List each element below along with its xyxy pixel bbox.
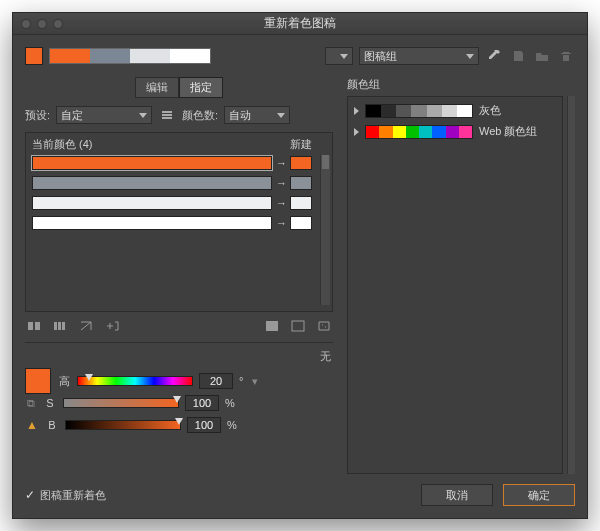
arrow-right-icon: →: [276, 177, 286, 189]
checkmark-icon: ✓: [25, 488, 35, 502]
save-group-icon[interactable]: [509, 47, 527, 65]
active-color-swatch[interactable]: [25, 47, 43, 65]
preset-label: 预设:: [25, 108, 50, 123]
cancel-button[interactable]: 取消: [421, 484, 493, 506]
color-row[interactable]: →: [32, 155, 312, 171]
exclude-icon[interactable]: [77, 318, 95, 334]
artwork-color-strip[interactable]: [49, 48, 211, 64]
color-group-item[interactable]: Web 颜色组: [354, 124, 556, 139]
arrow-right-icon: →: [276, 197, 286, 209]
preset-options-icon[interactable]: [158, 106, 176, 124]
color-row[interactable]: →: [32, 195, 312, 211]
bri-field[interactable]: 100: [187, 417, 221, 433]
svg-rect-7: [62, 322, 65, 330]
mode-tabs: 编辑 指定: [25, 77, 333, 98]
colorcount-value: 自动: [229, 108, 251, 123]
bri-unit: %: [227, 419, 237, 431]
svg-rect-5: [54, 322, 57, 330]
recolor-artwork-dialog: 重新着色图稿 图稿组: [12, 12, 588, 519]
zoom-icon[interactable]: [53, 19, 63, 29]
color-groups-header: 颜色组: [347, 77, 575, 92]
color-row[interactable]: →: [32, 175, 312, 191]
merge-icon[interactable]: [25, 318, 43, 334]
hue-slider[interactable]: [77, 376, 193, 386]
sat-label: S: [43, 397, 57, 409]
colorcount-dropdown[interactable]: 自动: [224, 106, 290, 124]
group-name: 灰色: [479, 103, 501, 118]
new-row-icon[interactable]: [103, 318, 121, 334]
none-label: 无: [25, 349, 331, 364]
disclosure-triangle-icon[interactable]: [354, 128, 359, 136]
bri-slider[interactable]: [65, 420, 181, 430]
minimize-icon[interactable]: [37, 19, 47, 29]
group-name: Web 颜色组: [479, 124, 537, 139]
find-dark-icon[interactable]: [263, 318, 281, 334]
sat-unit: %: [225, 397, 235, 409]
svg-rect-1: [162, 114, 172, 116]
color-group-item[interactable]: 灰色: [354, 103, 556, 118]
limit-group-dropdown[interactable]: 图稿组: [359, 47, 479, 65]
close-icon[interactable]: [21, 19, 31, 29]
hue-unit: °: [239, 375, 243, 387]
sat-slider[interactable]: [63, 398, 179, 408]
limit-group-value: 图稿组: [364, 49, 397, 64]
current-colors-label: 当前颜色 (4): [32, 137, 93, 152]
color-groups-list: 灰色 Web 颜色组: [347, 96, 563, 474]
folder-icon[interactable]: [533, 47, 551, 65]
chevron-down-icon: [277, 113, 285, 118]
tab-edit[interactable]: 编辑: [135, 77, 179, 98]
ok-button[interactable]: 确定: [503, 484, 575, 506]
bri-label: B: [45, 419, 59, 431]
panel-scrollbar[interactable]: [320, 155, 330, 305]
groups-scrollbar[interactable]: [567, 96, 575, 474]
hue-field[interactable]: 20: [199, 373, 233, 389]
tab-assign[interactable]: 指定: [179, 77, 223, 98]
hue-label: 高: [57, 374, 71, 389]
group-swatch-strip: [365, 104, 473, 118]
color-mapping-panel: 当前颜色 (4) 新建 → → → →: [25, 132, 333, 312]
chevron-down-icon: [466, 54, 474, 59]
titlebar: 重新着色图稿: [13, 13, 587, 35]
svg-rect-3: [28, 322, 33, 330]
recolor-artwork-label: 图稿重新着色: [40, 488, 106, 503]
find-light-icon[interactable]: [289, 318, 307, 334]
preset-value: 自定: [61, 108, 83, 123]
preset-dropdown[interactable]: 自定: [56, 106, 152, 124]
chevron-down-icon: [139, 113, 147, 118]
disclosure-triangle-icon[interactable]: [354, 107, 359, 115]
group-swatch-strip: [365, 125, 473, 139]
arrow-right-icon: →: [276, 217, 286, 229]
window-controls: [21, 19, 63, 29]
sat-field[interactable]: 100: [185, 395, 219, 411]
svg-rect-2: [162, 117, 172, 119]
window-title: 重新着色图稿: [264, 15, 336, 32]
arrow-right-icon: →: [276, 157, 286, 169]
link-icon[interactable]: ⧉: [25, 397, 37, 410]
svg-rect-0: [162, 111, 172, 113]
color-row[interactable]: →: [32, 215, 312, 231]
hsb-swatch[interactable]: [25, 368, 51, 394]
trash-icon[interactable]: [557, 47, 575, 65]
new-colors-label: 新建: [290, 137, 312, 152]
chevron-down-icon: [340, 54, 348, 59]
svg-rect-6: [58, 322, 61, 330]
svg-rect-4: [35, 322, 40, 330]
recolor-artwork-checkbox[interactable]: ✓ 图稿重新着色: [25, 488, 106, 503]
randomize-icon[interactable]: [315, 318, 333, 334]
eyedropper-icon[interactable]: [485, 47, 503, 65]
mode-menu-icon[interactable]: ▾: [249, 375, 261, 388]
separate-icon[interactable]: [51, 318, 69, 334]
svg-rect-9: [292, 321, 304, 331]
preset-small-dropdown[interactable]: [325, 47, 353, 65]
out-of-gamut-icon[interactable]: ▲: [25, 418, 39, 432]
colorcount-label: 颜色数:: [182, 108, 218, 123]
svg-rect-8: [266, 321, 278, 331]
